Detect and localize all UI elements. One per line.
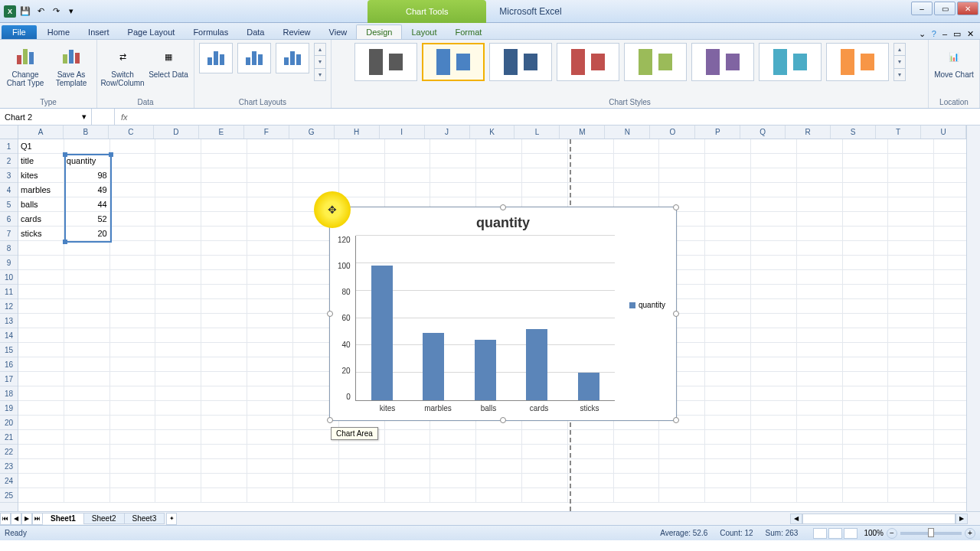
cell[interactable] [705, 474, 751, 488]
row-header[interactable]: 22 [0, 445, 18, 459]
cell[interactable] [705, 270, 751, 285]
cell[interactable] [201, 197, 247, 212]
zoom-in-button[interactable]: + [965, 528, 975, 539]
cell[interactable] [64, 256, 110, 270]
scroll-left-button[interactable]: ◀ [790, 514, 802, 524]
cell[interactable] [659, 168, 705, 183]
cell[interactable] [201, 430, 247, 445]
zoom-out-button[interactable]: − [887, 528, 897, 539]
excel-app-icon[interactable]: X [3, 5, 17, 18]
cell[interactable] [705, 401, 751, 416]
cell[interactable] [155, 227, 201, 241]
prev-sheet-button[interactable]: ◀ [11, 513, 21, 525]
column-header[interactable]: F [244, 126, 289, 139]
cell[interactable] [705, 241, 751, 256]
page-break-view-button[interactable] [844, 528, 858, 539]
cell[interactable] [430, 474, 476, 488]
cell[interactable] [155, 488, 201, 503]
cell[interactable] [385, 430, 431, 445]
cell[interactable] [201, 241, 247, 256]
inner-min-icon[interactable]: – [942, 29, 947, 39]
cell[interactable] [843, 372, 889, 386]
cell[interactable] [64, 401, 110, 416]
inner-restore-icon[interactable]: ▭ [953, 29, 961, 39]
cell[interactable] [705, 139, 751, 154]
cell[interactable] [888, 401, 934, 416]
cell[interactable] [247, 343, 293, 357]
next-sheet-button[interactable]: ▶ [21, 513, 32, 525]
cell[interactable] [568, 139, 614, 154]
cell[interactable] [155, 197, 201, 212]
cell[interactable] [568, 154, 614, 168]
cell[interactable] [522, 430, 568, 445]
cell[interactable] [110, 168, 156, 183]
chart-bar[interactable] [475, 340, 496, 400]
cell[interactable] [155, 139, 201, 154]
cell[interactable] [705, 386, 751, 401]
cell[interactable] [110, 241, 156, 256]
cell[interactable] [476, 459, 522, 474]
cell[interactable] [385, 139, 431, 154]
cell[interactable] [476, 430, 522, 445]
cell[interactable] [18, 285, 64, 299]
cell[interactable] [64, 343, 110, 357]
cell[interactable] [751, 357, 797, 372]
cell[interactable] [843, 459, 889, 474]
cell[interactable] [888, 183, 934, 197]
cell[interactable] [110, 197, 156, 212]
cell[interactable] [705, 154, 751, 168]
cell[interactable] [659, 488, 705, 503]
cell[interactable] [797, 299, 843, 314]
cell[interactable] [155, 459, 201, 474]
cell[interactable] [751, 488, 797, 503]
save-icon[interactable]: 💾 [18, 5, 32, 18]
cell[interactable] [247, 168, 293, 183]
cell[interactable] [797, 488, 843, 503]
cell[interactable] [476, 474, 522, 488]
cell[interactable] [843, 197, 889, 212]
cell[interactable] [888, 197, 934, 212]
tab-layout[interactable]: Layout [402, 25, 446, 39]
cell[interactable] [247, 139, 293, 154]
column-header[interactable]: C [109, 126, 154, 139]
cell[interactable] [751, 227, 797, 241]
cell[interactable] [201, 372, 247, 386]
name-box[interactable]: Chart 2 ▾ [0, 109, 92, 125]
cell[interactable] [659, 459, 705, 474]
cell[interactable]: 98 [64, 168, 110, 183]
cell[interactable] [843, 445, 889, 459]
cell[interactable] [247, 299, 293, 314]
cell[interactable] [568, 430, 614, 445]
chart-bar[interactable] [423, 333, 444, 400]
cell[interactable] [110, 386, 156, 401]
cell[interactable] [155, 256, 201, 270]
cell[interactable] [888, 139, 934, 154]
cell[interactable] [201, 154, 247, 168]
cell[interactable] [110, 270, 156, 285]
cell[interactable] [110, 343, 156, 357]
column-header[interactable]: T [876, 126, 921, 139]
cell[interactable] [751, 154, 797, 168]
chart-resize-handle[interactable] [327, 417, 333, 423]
cell[interactable] [705, 197, 751, 212]
cell[interactable] [888, 488, 934, 503]
cell[interactable] [522, 183, 568, 197]
column-header[interactable]: B [64, 126, 109, 139]
cell[interactable] [843, 474, 889, 488]
cell[interactable] [201, 168, 247, 183]
cell[interactable] [705, 372, 751, 386]
chart-resize-handle[interactable] [673, 417, 679, 423]
cell[interactable] [476, 168, 522, 183]
cell[interactable] [476, 488, 522, 503]
x-axis-labels[interactable]: kitesmarblesballscardssticks [338, 401, 668, 412]
cell[interactable] [522, 154, 568, 168]
cell[interactable] [797, 372, 843, 386]
cell[interactable] [247, 445, 293, 459]
column-header[interactable]: H [335, 126, 380, 139]
cell[interactable] [155, 314, 201, 328]
cell[interactable] [843, 256, 889, 270]
cell[interactable] [705, 459, 751, 474]
cell[interactable] [201, 401, 247, 416]
cell[interactable] [18, 488, 64, 503]
tab-format[interactable]: Format [446, 25, 491, 39]
